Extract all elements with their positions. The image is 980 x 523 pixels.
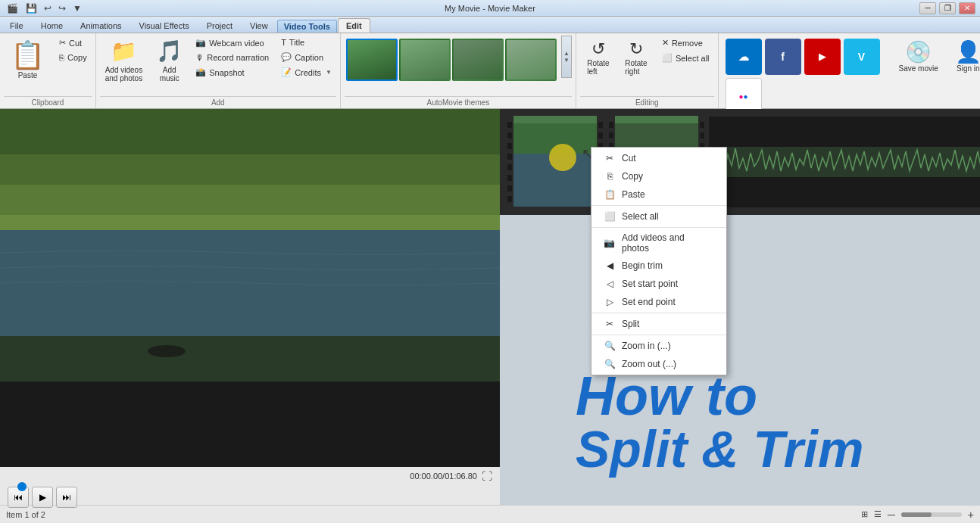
tab-file[interactable]: File (2, 18, 32, 33)
window-controls: ─ ❐ ✕ (919, 2, 975, 14)
title-button[interactable]: T Title (276, 36, 336, 49)
rotate-buttons: ↺ Rotateleft ↻ Rotateright (580, 36, 654, 79)
storyboard-panel: ✂ Cut ⎘ Copy 📋 Paste ⬜ Select all 📷 Add … (500, 109, 980, 505)
skydrive-icon[interactable]: ☁ (726, 39, 762, 75)
svg-rect-11 (507, 122, 512, 128)
save-movie-button[interactable]: 💿 Save movie (892, 36, 945, 76)
youtube-icon[interactable]: ▶ (804, 39, 841, 75)
save-qa-btn[interactable]: 💾 (23, 2, 39, 14)
record-narration-button[interactable]: 🎙 Record narration (191, 51, 273, 64)
zoom-in-status[interactable]: + (968, 509, 974, 521)
cut-button[interactable]: ✂ Cut (55, 36, 92, 50)
audio-waveform-area (709, 117, 980, 207)
undo-qa-btn[interactable]: ↩ (42, 2, 54, 14)
caption-button[interactable]: 💬 Caption (276, 50, 336, 64)
context-paste[interactable]: 📋 Paste (591, 185, 726, 204)
ribbon-tabs: File Home Animations Visual Effects Proj… (0, 17, 980, 33)
film-frame-1 (506, 116, 604, 208)
add-music-button[interactable]: 🎵 Addmusic (151, 36, 188, 86)
rotate-left-label: Rotateleft (587, 59, 609, 76)
copy-icon: ⎘ (59, 53, 64, 62)
status-right: ⊞ ☰ ─ + (861, 509, 974, 521)
save-movie-label: Save movie (899, 64, 938, 73)
facebook-icon[interactable]: f (765, 39, 801, 75)
add-videos-icon: 📁 (111, 39, 137, 64)
add-videos-photos-button[interactable]: 📁 Add videosand photos (100, 36, 148, 86)
zoom-slider[interactable] (901, 512, 962, 517)
title-bar: 🎬 💾 ↩ ↪ ▼ My Movie - Movie Maker ─ ❐ ✕ (0, 0, 980, 17)
context-add-videos[interactable]: 📷 Add videos and photos (591, 229, 726, 257)
tab-video-tools[interactable]: Video Tools (277, 20, 337, 33)
context-copy[interactable]: ⎘ Copy (591, 167, 726, 185)
editing-group: ↺ Rotateleft ↻ Rotateright ✕ Remove ⬜ Se… (576, 33, 719, 108)
context-set-end[interactable]: ▷ Set end point (591, 293, 726, 311)
fullscreen-button[interactable]: ⛶ (482, 470, 492, 482)
split-context-icon: ✂ (604, 318, 616, 330)
copy-button[interactable]: ⎘ Copy (55, 51, 92, 64)
title-label: Title (289, 38, 304, 47)
automovie-group: ▲▼ AutoMovie themes (341, 33, 576, 108)
record-label: Record narration (207, 53, 269, 62)
set-start-context-icon: ◁ (604, 278, 616, 290)
rotate-left-button[interactable]: ↺ Rotateleft (580, 36, 616, 79)
copy-context-icon: ⎘ (604, 170, 616, 182)
play-pause-button[interactable]: ▶ (32, 487, 53, 508)
select-all-icon: ⬜ (662, 53, 673, 63)
context-select-all[interactable]: ⬜ Select all (591, 207, 726, 226)
context-set-start[interactable]: ◁ Set start point (591, 275, 726, 293)
snapshot-button[interactable]: 📸 Snapshot (191, 65, 273, 79)
automovie-label: AutoMovie themes (345, 96, 572, 108)
svg-rect-16 (507, 175, 512, 181)
theme-1[interactable] (346, 39, 398, 81)
add-text: T Title 💬 Caption 📝 Credits ▼ (276, 36, 336, 79)
close-btn[interactable]: ✕ (959, 2, 975, 14)
sign-in-label: Sign in (957, 64, 980, 73)
tab-visual-effects[interactable]: Visual Effects (131, 18, 198, 33)
storyboard-view-icon[interactable]: ⊞ (861, 509, 868, 519)
vimeo-icon[interactable]: V (844, 39, 880, 75)
remove-button[interactable]: ✕ Remove (657, 36, 714, 50)
context-zoom-out[interactable]: 🔍 Zoom out (...) (591, 355, 726, 373)
context-zoom-in[interactable]: 🔍 Zoom in (...) (591, 337, 726, 355)
tab-animations[interactable]: Animations (72, 18, 130, 33)
theme-scroll-up[interactable]: ▲▼ (561, 36, 572, 78)
ribbon: 📋 Paste ✂ Cut ⎘ Copy Clipboard 📁 Add vid… (0, 33, 980, 109)
minimize-btn[interactable]: ─ (919, 2, 936, 14)
customize-qa-btn[interactable]: ▼ (70, 2, 84, 14)
theme-4[interactable] (505, 39, 557, 81)
cut-icon: ✂ (59, 38, 66, 48)
svg-rect-13 (507, 143, 512, 149)
tab-project[interactable]: Project (198, 18, 241, 33)
theme-2[interactable] (399, 39, 451, 81)
timeline-handle[interactable] (17, 482, 27, 491)
zoom-out-status[interactable]: ─ (888, 509, 895, 521)
automovie-group-content: ▲▼ (345, 36, 572, 95)
quick-access-toolbar: 💾 ↩ ↪ ▼ (23, 2, 84, 14)
remove-label: Remove (672, 39, 703, 48)
maximize-btn[interactable]: ❐ (939, 2, 956, 14)
rotate-right-button[interactable]: ↻ Rotateright (618, 36, 654, 79)
webcam-video-button[interactable]: 📷 Webcam video (191, 36, 273, 50)
tab-home[interactable]: Home (33, 18, 71, 33)
sign-in-button[interactable]: 👤 Sign in (948, 36, 980, 76)
theme-3[interactable] (452, 39, 504, 81)
credits-dropdown-arrow: ▼ (326, 69, 332, 76)
snapshot-label: Snapshot (209, 68, 244, 77)
tab-edit[interactable]: Edit (338, 18, 370, 33)
credits-button[interactable]: 📝 Credits ▼ (276, 65, 336, 79)
context-cut[interactable]: ✂ Cut (591, 149, 726, 167)
context-begin-trim[interactable]: ◀ Begin trim (591, 257, 726, 275)
rotate-right-icon: ↻ (629, 39, 643, 59)
add-videos-context-icon: 📷 (604, 237, 616, 249)
redo-qa-btn[interactable]: ↪ (56, 2, 68, 14)
tab-view[interactable]: View (242, 18, 276, 33)
add-music-label: Addmusic (160, 66, 179, 82)
timeline-view-icon[interactable]: ☰ (874, 509, 882, 519)
paste-button[interactable]: 📋 Paste (4, 36, 51, 89)
select-all-button[interactable]: ⬜ Select all (657, 51, 714, 65)
svg-rect-12 (507, 132, 512, 139)
svg-rect-6 (0, 336, 500, 381)
next-frame-button[interactable]: ⏭ (56, 487, 77, 508)
context-sep-3 (591, 313, 726, 313)
context-split[interactable]: ✂ Split (591, 315, 726, 333)
